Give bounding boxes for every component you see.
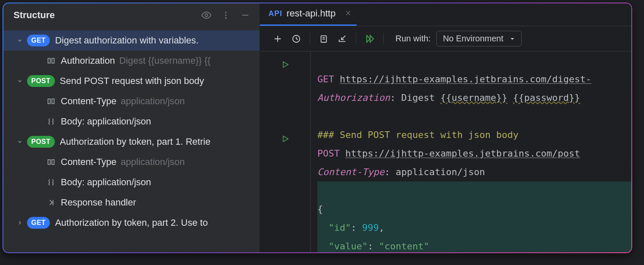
template-variable: {{password}} xyxy=(513,92,580,103)
request-label: Digest authorization with variables. xyxy=(55,35,198,46)
tab-api-icon: API xyxy=(268,9,282,18)
run-request-button[interactable] xyxy=(281,131,290,149)
svg-marker-22 xyxy=(511,38,514,40)
tree-item-body[interactable]: Body: application/json xyxy=(3,111,260,132)
svg-rect-7 xyxy=(48,99,51,104)
code-editor[interactable]: GET https://ijhttp-examples.jetbrains.co… xyxy=(260,51,632,253)
add-request-button[interactable] xyxy=(268,30,287,48)
svg-rect-9 xyxy=(48,160,51,165)
header-name: Content-Type xyxy=(61,96,116,107)
header-name: Content-Type xyxy=(317,167,384,177)
panel-title: Structure xyxy=(14,10,200,21)
request-url: https://ijhttp-examples.jetbrains.com/po… xyxy=(345,148,580,159)
header-value: Digest {{username}} {{ xyxy=(119,55,211,66)
convert-button[interactable] xyxy=(314,30,333,48)
svg-point-0 xyxy=(205,14,208,17)
json-brace-open: { xyxy=(317,204,323,214)
response-handler-icon xyxy=(45,198,57,207)
tree-item-header[interactable]: Authorization Digest {{username}} {{ xyxy=(3,51,260,71)
svg-marker-23 xyxy=(283,62,288,67)
tree-item-header[interactable]: Content-Type application/json xyxy=(3,91,260,111)
tree-item-request[interactable]: GET Authorization by token, part 2. Use … xyxy=(3,213,260,233)
run-with-label: Run with: xyxy=(395,34,430,43)
body-label: Body: application/json xyxy=(61,116,151,127)
gutter xyxy=(260,51,311,253)
chevron-right-icon[interactable] xyxy=(15,220,24,226)
close-icon[interactable] xyxy=(345,8,352,19)
body-icon xyxy=(45,178,57,187)
svg-point-2 xyxy=(225,14,227,16)
tree-item-response-handler[interactable]: Response handler xyxy=(3,192,260,213)
svg-point-1 xyxy=(225,12,227,14)
svg-marker-24 xyxy=(283,136,288,141)
json-string: "content" xyxy=(379,241,429,251)
request-url: https://ijhttp-examples.jetbrains.com/di… xyxy=(340,74,591,84)
chevron-down-icon[interactable] xyxy=(15,139,24,145)
header-name: Authorization xyxy=(61,55,115,66)
separator xyxy=(310,33,310,45)
editor-pane: API rest-api.http xyxy=(260,3,632,253)
structure-tree: GET Digest authorization with variables.… xyxy=(3,28,260,253)
code-content[interactable]: GET https://ijhttp-examples.jetbrains.co… xyxy=(311,51,632,253)
environment-select[interactable]: No Environment xyxy=(436,31,521,46)
header-name: Content-Type xyxy=(61,157,116,168)
header-icon xyxy=(45,157,57,167)
header-name: Authorization xyxy=(317,92,390,103)
json-key: "value" xyxy=(329,241,368,251)
tree-item-header[interactable]: Content-Type application/json xyxy=(3,152,260,172)
header-value: application/json xyxy=(121,157,185,168)
body-icon xyxy=(45,117,57,126)
method-badge-get: GET xyxy=(27,217,50,229)
tab-bar: API rest-api.http xyxy=(260,3,632,26)
http-method: POST xyxy=(317,148,340,159)
more-icon[interactable] xyxy=(220,9,232,21)
minimize-icon[interactable] xyxy=(239,9,251,21)
run-request-button[interactable] xyxy=(281,57,290,75)
toggle-visibility-icon[interactable] xyxy=(200,9,212,21)
chevron-down-icon xyxy=(509,36,515,42)
svg-rect-10 xyxy=(52,160,54,165)
header-icon xyxy=(45,97,57,106)
body-label: Body: application/json xyxy=(61,177,151,188)
tree-item-request[interactable]: GET Digest authorization with variables. xyxy=(3,30,260,51)
chevron-down-icon[interactable] xyxy=(15,78,24,84)
svg-rect-5 xyxy=(48,59,51,63)
structure-panel: Structure GET Digest authoriz xyxy=(3,3,260,253)
history-button[interactable] xyxy=(287,30,306,48)
request-label: Send POST request with json body xyxy=(60,76,204,87)
svg-rect-8 xyxy=(52,99,54,104)
method-badge-get: GET xyxy=(27,35,50,46)
template-variable: {{username}} xyxy=(440,92,507,103)
svg-point-3 xyxy=(225,17,227,19)
svg-rect-6 xyxy=(52,59,54,63)
request-label: Authorization by token, part 1. Retrie xyxy=(60,136,211,147)
tab-filename: rest-api.http xyxy=(287,8,336,19)
tree-item-request[interactable]: POST Authorization by token, part 1. Ret… xyxy=(3,132,260,152)
http-method: GET xyxy=(317,74,334,84)
comment: ### Send POST request with json body xyxy=(317,130,519,140)
header-value: application/json xyxy=(121,96,185,107)
header-icon xyxy=(45,56,57,65)
json-number: 999 xyxy=(362,222,379,233)
environment-value: No Environment xyxy=(443,34,503,43)
chevron-down-icon[interactable] xyxy=(15,38,24,43)
import-button[interactable] xyxy=(333,30,352,48)
run-all-button[interactable] xyxy=(360,30,379,48)
file-tab[interactable]: API rest-api.http xyxy=(260,3,357,26)
separator xyxy=(383,33,384,45)
svg-marker-20 xyxy=(367,35,370,42)
header-sep: : Digest xyxy=(390,92,440,103)
separator xyxy=(356,33,356,45)
method-badge-post: POST xyxy=(27,136,55,148)
tree-item-request[interactable]: POST Send POST request with json body xyxy=(3,71,260,91)
editor-toolbar: Run with: No Environment xyxy=(260,26,632,51)
tree-item-body[interactable]: Body: application/json xyxy=(3,172,260,192)
request-label: Authorization by token, part 2. Use to xyxy=(55,217,208,228)
header-value: : application/json xyxy=(384,167,485,177)
json-key: "id" xyxy=(329,222,351,233)
response-handler-label: Response handler xyxy=(61,197,136,208)
method-badge-post: POST xyxy=(27,75,55,87)
structure-header: Structure xyxy=(3,3,260,28)
